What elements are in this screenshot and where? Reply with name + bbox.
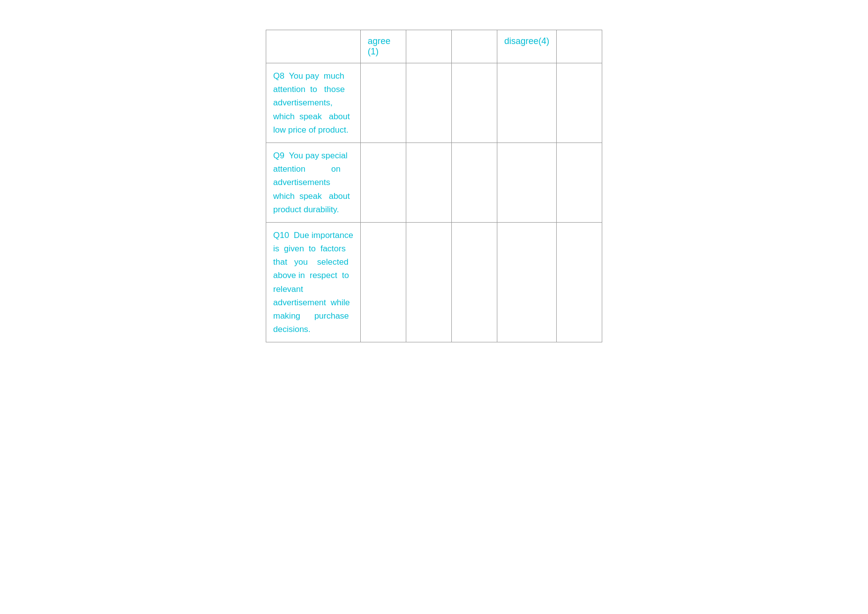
table-row: Q10 Due importance is given to factors t… (266, 222, 602, 342)
survey-table-container: agree (1) disagree(4) Q8 You pay much at… (266, 30, 602, 342)
table-row: Q9 You pay special attention on advertis… (266, 142, 602, 222)
header-agree: agree (1) (360, 30, 406, 63)
survey-table: agree (1) disagree(4) Q8 You pay much at… (266, 30, 602, 342)
q8-agree (360, 63, 406, 143)
q8-col2 (406, 63, 451, 143)
q9-col2 (406, 142, 451, 222)
header-col2 (406, 30, 451, 63)
q8-disagree (497, 63, 556, 143)
q10-text: Q10 Due importance is given to factors t… (266, 222, 361, 342)
header-col5 (557, 30, 602, 63)
q10-agree (360, 222, 406, 342)
table-row: Q8 You pay much attention to those adver… (266, 63, 602, 143)
q8-col3 (451, 63, 497, 143)
table-header-row: agree (1) disagree(4) (266, 30, 602, 63)
q10-col3 (451, 222, 497, 342)
q10-col5 (557, 222, 602, 342)
q9-disagree (497, 142, 556, 222)
q9-col3 (451, 142, 497, 222)
q10-col2 (406, 222, 451, 342)
q9-agree (360, 142, 406, 222)
q8-col5 (557, 63, 602, 143)
header-question-col (266, 30, 361, 63)
q8-text: Q8 You pay much attention to those adver… (266, 63, 361, 143)
q9-text: Q9 You pay special attention on advertis… (266, 142, 361, 222)
header-disagree: disagree(4) (497, 30, 556, 63)
header-col3 (451, 30, 497, 63)
q10-disagree (497, 222, 556, 342)
q9-col5 (557, 142, 602, 222)
